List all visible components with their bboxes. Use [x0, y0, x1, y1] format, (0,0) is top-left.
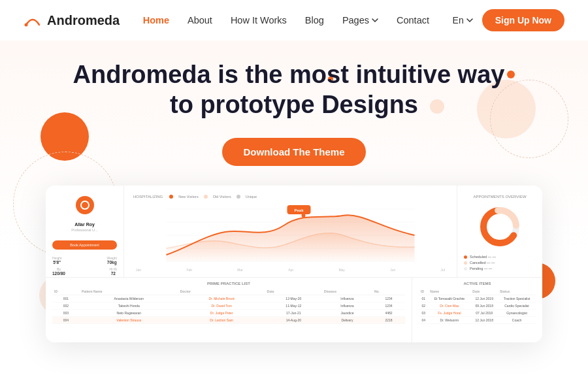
dash-stats: Height5'8" Weight70kg [52, 256, 117, 265]
chart-svg: Peak [133, 203, 448, 268]
table-row: 03 Fs. Judge Horal 07 Jul 2019 Gynaecolo… [419, 310, 536, 317]
table-row: 04 Dr. Welsonm 12 Jun 2018 Coach [419, 317, 536, 324]
donut-chart [464, 204, 536, 250]
table-section-1: PRIME PRACTICE LIST ID Patient Name Doct… [46, 278, 412, 342]
table-section-2: ACTIVE ITEMS ID Name Date Status [412, 278, 542, 342]
hero-dot [507, 71, 515, 78]
table-row: 001 Anastasia Wilderson Dr. Michale Broo… [52, 295, 405, 302]
svg-point-8 [302, 214, 306, 218]
nav-right: En Sign Up Now [453, 9, 564, 31]
hero-title: Andromeda is the most intuitive way to p… [0, 60, 588, 120]
legend-new [169, 195, 173, 199]
svg-text:Peak: Peak [294, 208, 304, 212]
nav-about[interactable]: About [188, 14, 212, 26]
table-row: 003 Neto Ragewaran Dr. Judge Peter 17-Ju… [52, 310, 405, 317]
dash-user-role: Professional U... [52, 228, 117, 232]
chart-legend: New Visitors Old Visitors Unique [169, 195, 257, 199]
chart-title: HOSPITALIZING [133, 195, 163, 199]
nav-pages[interactable]: Pages [342, 15, 378, 25]
table2-header-row: ID Name Date Status [419, 288, 536, 295]
table-1-title: PRIME PRACTICE LIST [52, 282, 405, 286]
dashboard-preview-wrap: Allar Roy Professional U... Book Appoint… [46, 186, 542, 342]
donut-legend: Scheduled — — Cancelled — — Pending — — [464, 255, 536, 270]
chart-x-labels: Jan Feb Mar Apr May Jun Jul [133, 268, 448, 272]
chevron-down-icon [372, 18, 378, 23]
dash-user-name: Allar Roy [52, 222, 117, 227]
table-row: 02 Dr. Cton Max 09 Jun 2018 Cardio Speci… [419, 302, 536, 310]
table-header-row: ID Patient Name Doctor Date Disease No. [52, 288, 405, 295]
table-2-body: 01 Et Tomasalti Grachte 12 Jun 2019 Trac… [419, 295, 536, 324]
table-1-body: 001 Anastasia Wilderson Dr. Michale Broo… [52, 295, 405, 324]
language-selector[interactable]: En [453, 15, 473, 25]
brand-logo[interactable]: Andromeda [24, 13, 120, 28]
mini-table-1: ID Patient Name Doctor Date Disease No. … [52, 288, 405, 324]
lang-chevron-icon [466, 18, 473, 23]
table-row: 002 Takeshi Honda Dr. David Tom 11-May-1… [52, 302, 405, 310]
brand-name: Andromeda [47, 13, 120, 28]
hero-section: Andromeda is the most intuitive way to p… [0, 41, 588, 392]
nav-home[interactable]: Home [143, 14, 169, 26]
table-2-title: ACTIVE ITEMS [419, 282, 536, 286]
signup-button[interactable]: Sign Up Now [482, 9, 564, 31]
dash-logo-icon [76, 196, 94, 214]
table-row: 004 Valenton Strauss Dr. Lection Sam 14-… [52, 317, 405, 324]
legend-old [204, 195, 208, 199]
download-button[interactable]: Download The Theme [222, 138, 365, 166]
nav-contact[interactable]: Contact [397, 14, 429, 26]
nav-blog[interactable]: Blog [305, 14, 324, 26]
svg-point-0 [25, 24, 28, 27]
dash-table-area: PRIME PRACTICE LIST ID Patient Name Doct… [46, 277, 542, 342]
chart-header: HOSPITALIZING New Visitors Old Visitors … [133, 195, 448, 199]
nav-links: Home About How It Works Blog Pages Conta… [143, 14, 429, 26]
mini-table-2: ID Name Date Status 01 Et Tomasalti Grac… [419, 288, 536, 324]
legend-unique [237, 195, 240, 199]
table-row: 01 Et Tomasalti Grachte 12 Jun 2019 Trac… [419, 295, 536, 302]
right-panel-title: APPOINTMENTS OVERVIEW [464, 195, 536, 199]
navbar: Andromeda Home About How It Works Blog P… [0, 0, 588, 41]
donut-svg [477, 204, 523, 250]
dashboard-preview: Allar Roy Professional U... Book Appoint… [46, 186, 542, 342]
logo-icon [24, 13, 42, 27]
nav-how-it-works[interactable]: How It Works [231, 14, 287, 26]
dash-book-btn[interactable]: Book Appointment [52, 240, 117, 250]
